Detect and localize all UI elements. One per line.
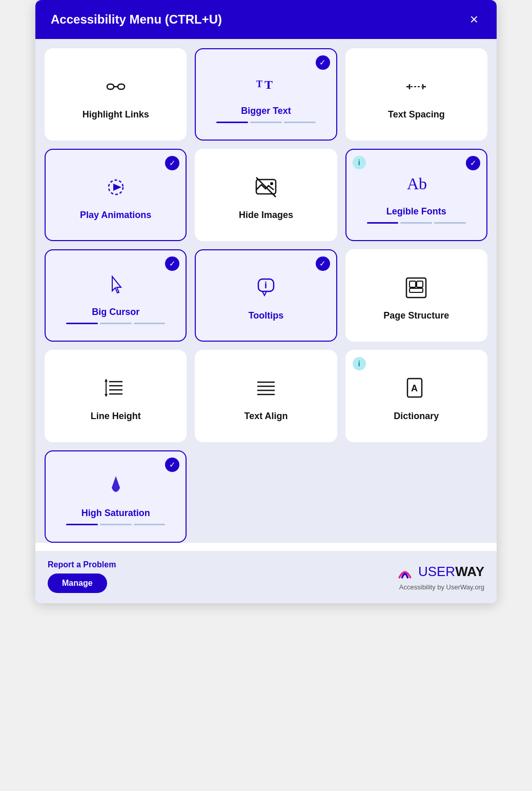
card-tooltips[interactable]: ✓ i Tooltips <box>195 249 337 342</box>
svg-text:T: T <box>264 78 273 91</box>
card-text-align[interactable]: Text Align <box>195 350 337 442</box>
check-badge-legible-fonts: ✓ <box>466 156 480 170</box>
label-big-cursor: Big Cursor <box>92 307 139 318</box>
underline-light-2 <box>134 524 166 525</box>
card-text-spacing[interactable]: Text Spacing <box>345 48 487 141</box>
icon-dictionary: A <box>402 373 430 404</box>
label-play-animations: Play Animations <box>80 210 151 221</box>
underline-primary <box>66 524 98 525</box>
manage-button[interactable]: Manage <box>48 574 107 593</box>
underline-light-1 <box>100 524 132 525</box>
svg-rect-0 <box>107 84 114 89</box>
icon-tooltips: i <box>252 272 280 303</box>
svg-rect-20 <box>417 281 423 287</box>
svg-rect-1 <box>118 84 125 89</box>
panel-body: Highlight Links✓T TBigger Text Text Spac… <box>35 39 497 543</box>
label-line-height: Line Height <box>91 411 141 422</box>
label-bigger-text: Bigger Text <box>241 106 291 116</box>
underline-light-2 <box>434 222 466 224</box>
label-text-spacing: Text Spacing <box>388 109 445 120</box>
card-page-structure[interactable]: Page Structure <box>345 249 487 342</box>
info-badge-legible-fonts: i <box>353 156 366 169</box>
userway-sub: Accessibility by UserWay.org <box>399 583 484 591</box>
userway-text: USERWAY <box>418 564 484 580</box>
check-badge-big-cursor: ✓ <box>165 256 179 271</box>
info-badge-dictionary: i <box>353 357 366 370</box>
label-hide-images: Hide Images <box>239 210 293 221</box>
label-highlight-links: Highlight Links <box>83 109 149 120</box>
card-line-height[interactable]: Line Height <box>45 350 187 442</box>
check-badge-bigger-text: ✓ <box>316 55 330 70</box>
icon-highlight-links <box>102 71 130 102</box>
label-page-structure: Page Structure <box>383 310 449 321</box>
svg-text:Ab: Ab <box>407 174 427 193</box>
cards-grid: Highlight Links✓T TBigger Text Text Spac… <box>45 48 487 543</box>
card-hide-images[interactable]: Hide Images <box>195 149 337 241</box>
icon-big-cursor <box>102 269 130 300</box>
svg-point-13 <box>270 182 273 185</box>
underline-bigger-text <box>216 122 315 123</box>
svg-text:T: T <box>256 79 262 89</box>
svg-text:i: i <box>264 280 267 290</box>
label-tooltips: Tooltips <box>249 310 284 321</box>
panel-header: Accessibility Menu (CTRL+U) × <box>35 0 497 39</box>
panel-title: Accessibility Menu (CTRL+U) <box>51 12 222 27</box>
icon-high-saturation <box>102 470 130 501</box>
label-text-align: Text Align <box>244 411 288 422</box>
label-high-saturation: High Saturation <box>81 508 150 519</box>
close-button[interactable]: × <box>467 11 481 28</box>
card-bigger-text[interactable]: ✓T TBigger Text <box>195 48 337 141</box>
svg-rect-21 <box>410 288 423 292</box>
card-play-animations[interactable]: ✓ Play Animations <box>45 149 187 241</box>
label-dictionary: Dictionary <box>394 411 439 422</box>
userway-logo: USERWAY <box>396 563 484 581</box>
icon-text-align <box>252 373 280 404</box>
svg-marker-27 <box>105 379 108 382</box>
footer-left: Report a Problem Manage <box>48 560 116 593</box>
icon-bigger-text: T T <box>252 68 280 98</box>
underline-light-2 <box>134 323 166 324</box>
svg-marker-28 <box>105 394 108 397</box>
accessibility-panel: Accessibility Menu (CTRL+U) × Highlight … <box>35 0 497 603</box>
icon-hide-images <box>252 172 280 203</box>
card-big-cursor[interactable]: ✓Big Cursor <box>45 249 187 342</box>
underline-primary <box>66 323 98 324</box>
footer-right: USERWAY Accessibility by UserWay.org <box>396 563 484 591</box>
userway-user: USER <box>418 564 455 579</box>
card-legible-fonts[interactable]: ✓iAbLegible Fonts <box>345 149 487 241</box>
icon-line-height <box>102 373 130 404</box>
svg-marker-11 <box>113 184 121 191</box>
check-badge-play-animations: ✓ <box>165 156 179 170</box>
underline-light-1 <box>400 222 432 224</box>
underline-light-2 <box>284 122 316 123</box>
userway-logo-icon <box>396 563 414 581</box>
underline-legible-fonts <box>367 222 466 224</box>
userway-way: WAY <box>455 564 484 579</box>
underline-primary <box>216 122 248 123</box>
card-highlight-links[interactable]: Highlight Links <box>45 48 187 141</box>
icon-play-animations <box>102 172 130 203</box>
icon-legible-fonts: Ab <box>402 168 430 199</box>
underline-big-cursor <box>66 323 165 324</box>
underline-high-saturation <box>66 524 165 525</box>
underline-light-1 <box>100 323 132 324</box>
panel-footer: Report a Problem Manage USERWAY Accessib… <box>35 551 497 603</box>
card-dictionary[interactable]: i ADictionary <box>345 350 487 442</box>
check-badge-high-saturation: ✓ <box>165 458 179 472</box>
check-badge-tooltips: ✓ <box>316 256 330 271</box>
label-legible-fonts: Legible Fonts <box>386 206 446 217</box>
svg-rect-19 <box>410 281 416 287</box>
underline-light-1 <box>250 122 282 123</box>
underline-primary <box>367 222 399 224</box>
icon-page-structure <box>402 272 430 303</box>
report-link[interactable]: Report a Problem <box>48 560 116 569</box>
svg-text:A: A <box>411 383 418 393</box>
icon-text-spacing <box>402 71 430 102</box>
card-high-saturation[interactable]: ✓High Saturation <box>45 450 187 543</box>
